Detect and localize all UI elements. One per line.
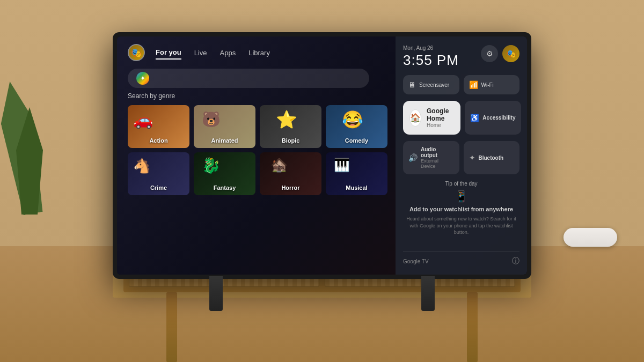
room-background: 🎭 For you Live Apps Library ✦	[0, 0, 644, 362]
animated-label: Animated	[194, 137, 255, 144]
google-home-info: Google Home Home	[427, 107, 454, 128]
user-avatar[interactable]: 🎭	[128, 44, 145, 61]
audio-output-icon: 🔊	[408, 153, 418, 162]
help-icon[interactable]: ⓘ	[512, 256, 519, 266]
google-home-row: 🏠 Google Home Home ♿ Accessibility	[403, 101, 519, 135]
tv-right-leg	[421, 276, 435, 311]
decorative-plant	[0, 80, 54, 241]
clock-date: Mon, Aug 26	[403, 45, 459, 51]
bluetooth-label: Bluetooth	[479, 155, 504, 161]
tip-section: Tip of the day 📱 Add to your watchlist f…	[403, 181, 519, 245]
audio-bt-row: 🔊 Audio output External Device ✦ Bluetoo…	[403, 141, 519, 174]
comedy-label: Comedy	[326, 137, 387, 144]
wifi-label: Wi-Fi	[481, 82, 494, 88]
musical-label: Musical	[326, 184, 387, 191]
accessibility-label: Accessibility	[482, 115, 515, 121]
nav-item-foryou[interactable]: For you	[156, 46, 181, 60]
nav-items: For you Live Apps Library	[156, 46, 270, 60]
stand-legs	[113, 292, 531, 362]
screensaver-btn[interactable]: 🖥 Screensaver	[403, 75, 459, 94]
tip-heading: Add to your watchlist from anywhere	[403, 206, 519, 212]
accessibility-info: Accessibility	[482, 115, 515, 121]
accessibility-icon: ♿	[470, 114, 479, 122]
bluetooth-tile[interactable]: ✦ Bluetooth	[464, 141, 520, 174]
panel-clock: Mon, Aug 26 3:55 PM ⚙ 🎭	[403, 45, 519, 69]
crime-label: Crime	[128, 184, 189, 191]
stand-leg-right	[467, 292, 478, 362]
tv-left-leg	[209, 276, 223, 311]
bluetooth-info: Bluetooth	[479, 155, 504, 161]
tip-title: Tip of the day	[403, 181, 519, 187]
tip-description: Heard about something new to watch? Sear…	[403, 216, 519, 236]
google-assistant-icon: ✦	[136, 72, 149, 85]
genre-card-biopic[interactable]: Biopic	[260, 105, 321, 148]
audio-output-tile[interactable]: 🔊 Audio output External Device	[403, 141, 459, 174]
google-home-sub: Home	[427, 122, 454, 128]
side-panel: Mon, Aug 26 3:55 PM ⚙ 🎭 �	[396, 36, 527, 275]
genre-card-action[interactable]: Action	[128, 105, 189, 148]
google-home-name: Google Home	[427, 107, 454, 122]
wifi-icon: 📶	[469, 80, 478, 89]
tv-screen: 🎭 For you Live Apps Library ✦	[117, 36, 527, 275]
clock-time: 3:55 PM	[403, 52, 459, 69]
genre-card-crime[interactable]: Crime	[128, 152, 189, 195]
genre-card-comedy[interactable]: Comedy	[326, 105, 387, 148]
quick-settings: 🖥 Screensaver 📶 Wi-Fi	[403, 75, 519, 94]
audio-output-name: Audio output	[421, 146, 454, 158]
genre-card-fantasy[interactable]: Fantasy	[194, 152, 255, 195]
tip-icon: 📱	[403, 190, 519, 203]
search-bar[interactable]: ✦	[128, 69, 369, 88]
screensaver-icon: 🖥	[408, 80, 416, 89]
nav-item-library[interactable]: Library	[248, 47, 270, 59]
genre-card-animated[interactable]: Animated	[194, 105, 255, 148]
stand-leg-left	[166, 292, 177, 362]
chromecast-device	[564, 228, 617, 247]
biopic-label: Biopic	[260, 137, 321, 144]
genre-card-musical[interactable]: Musical	[326, 152, 387, 195]
genre-card-horror[interactable]: Horror	[260, 152, 321, 195]
nav-item-apps[interactable]: Apps	[220, 47, 236, 59]
audio-output-info: Audio output External Device	[421, 146, 454, 169]
action-label: Action	[128, 137, 189, 144]
wifi-btn[interactable]: 📶 Wi-Fi	[464, 75, 520, 94]
clock-info: Mon, Aug 26 3:55 PM	[403, 45, 459, 69]
profile-icon-btn[interactable]: 🎭	[502, 45, 519, 62]
panel-icons: ⚙ 🎭	[481, 45, 519, 62]
accessibility-tile[interactable]: ♿ Accessibility	[465, 101, 521, 135]
horror-label: Horror	[260, 184, 321, 191]
bluetooth-icon: ✦	[469, 153, 475, 162]
nav-item-live[interactable]: Live	[194, 47, 207, 59]
settings-icon-btn[interactable]: ⚙	[481, 45, 498, 62]
panel-footer: Google TV ⓘ	[403, 252, 519, 266]
google-home-icon: 🏠	[409, 109, 421, 127]
fantasy-label: Fantasy	[194, 184, 255, 191]
screensaver-label: Screensaver	[419, 82, 449, 88]
tv-content: 🎭 For you Live Apps Library ✦	[117, 36, 527, 275]
tv-frame: 🎭 For you Live Apps Library ✦	[113, 32, 531, 279]
google-tv-brand: Google TV	[403, 258, 429, 264]
home-emoji: 🏠	[410, 113, 421, 123]
audio-output-sub: External Device	[421, 158, 454, 169]
google-home-tile[interactable]: 🏠 Google Home Home	[403, 101, 460, 135]
